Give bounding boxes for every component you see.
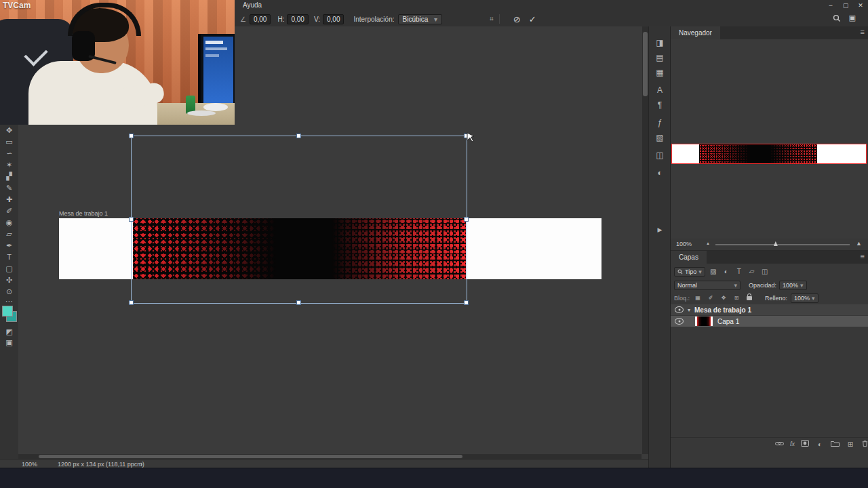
fill-field[interactable]: 100% ▾ <box>791 293 818 303</box>
filter-smart-objects-icon[interactable]: ◫ <box>760 268 770 275</box>
layer-row-artboard[interactable]: ▾ Mesa de trabajo 1 <box>671 304 868 315</box>
handle-top-left[interactable] <box>129 134 134 138</box>
handle-top-middle[interactable] <box>296 134 301 138</box>
layers-header: Capas ≡ <box>671 251 868 264</box>
fill-label: Relleno: <box>765 295 787 302</box>
layer-filter-select[interactable]: Tipo ▾ <box>674 267 705 277</box>
gradients-panel-icon[interactable]: ▧ <box>649 133 671 142</box>
link-layers-icon[interactable] <box>775 441 784 448</box>
handle-bottom-middle[interactable] <box>296 300 301 305</box>
navigator-zoom-value[interactable]: 100% <box>676 241 692 247</box>
layer-thumbnail[interactable] <box>694 316 713 327</box>
workspace-icon[interactable]: ▣ <box>849 14 856 22</box>
brush-tool-icon[interactable]: ✐ <box>0 206 18 216</box>
chevron-down-icon[interactable]: ▾ <box>688 307 690 313</box>
screen-mode-icon[interactable]: ▣ <box>0 338 18 347</box>
handle-middle-left[interactable] <box>129 217 134 222</box>
navigator-zoom-slider[interactable] <box>715 244 850 245</box>
transform-bounding-box[interactable] <box>131 136 467 304</box>
interpolation-select[interactable]: Bicúbica ▾ <box>398 14 443 24</box>
status-zoom[interactable]: 100% <box>22 461 37 468</box>
angle-field[interactable]: 0,00 <box>250 14 271 24</box>
panel-menu-icon[interactable]: ≡ <box>861 28 865 36</box>
layers-tab[interactable]: Capas <box>671 251 707 264</box>
blend-mode-select[interactable]: Normal ▾ <box>674 281 741 290</box>
navigator-tab[interactable]: Navegador <box>671 26 720 39</box>
lock-transparency-icon[interactable]: ▦ <box>693 295 703 301</box>
delete-layer-icon[interactable] <box>861 440 868 449</box>
visibility-eye-icon[interactable] <box>675 306 684 313</box>
filter-type-layers-icon[interactable]: T <box>734 268 744 275</box>
libraries-panel-icon[interactable]: ◫ <box>649 150 671 160</box>
maximize-button[interactable]: ▢ <box>838 0 853 11</box>
vertical-scrollbar[interactable] <box>642 26 648 454</box>
artboard-label[interactable]: Mesa de trabajo 1 <box>59 210 108 217</box>
handle-middle-right[interactable] <box>464 217 469 222</box>
quick-mask-icon[interactable]: ◩ <box>0 327 18 336</box>
filter-adjustment-layers-icon[interactable]: ◐ <box>722 268 731 275</box>
layer-row-label[interactable]: Capa 1 <box>717 318 739 325</box>
clone-stamp-tool-icon[interactable]: ◉ <box>0 218 18 227</box>
handle-bottom-left[interactable] <box>129 300 134 305</box>
lasso-tool-icon[interactable]: ∽ <box>0 148 18 158</box>
status-chevron-icon[interactable]: › <box>140 460 142 468</box>
cancel-transform-button[interactable]: ⊘ <box>513 14 521 24</box>
pen-tool-icon[interactable]: ✒ <box>0 241 18 250</box>
warp-toggle-icon[interactable]: ⌗ <box>490 15 494 23</box>
navigator-view-rectangle[interactable] <box>671 144 867 164</box>
patterns-panel-icon[interactable]: ▦ <box>649 68 671 77</box>
swatches-panel-icon[interactable]: ▤ <box>649 53 671 62</box>
foreground-color-swatch[interactable] <box>2 306 13 317</box>
color-panel-icon[interactable]: ◨ <box>649 38 671 47</box>
hand-tool-icon[interactable]: ✣ <box>0 275 18 285</box>
healing-brush-tool-icon[interactable]: ✚ <box>0 195 18 204</box>
move-tool-icon[interactable]: ✥ <box>0 125 18 135</box>
crop-tool-icon[interactable]: ▞ <box>0 171 18 181</box>
glyphs-panel-icon[interactable]: ƒ <box>649 118 671 127</box>
paragraph-panel-icon[interactable]: ¶ <box>649 100 671 110</box>
eraser-tool-icon[interactable]: ▱ <box>0 229 18 239</box>
lock-artboard-icon[interactable]: ⊞ <box>732 295 741 301</box>
webcam-overlay-window[interactable]: TVCam <box>0 0 235 125</box>
filter-shape-layers-icon[interactable]: ▱ <box>747 268 757 275</box>
layer-mask-icon[interactable] <box>801 440 809 448</box>
lock-all-icon[interactable] <box>747 296 752 300</box>
expand-panels-icon[interactable]: ▶ <box>649 226 671 233</box>
zoom-tool-icon[interactable]: ⊙ <box>0 287 18 296</box>
h-skew-label: H: <box>277 16 284 23</box>
layer-styles-fx-icon[interactable]: fx <box>790 441 795 447</box>
layer-row-label[interactable]: Mesa de trabajo 1 <box>694 306 751 314</box>
layers-panel-menu-icon[interactable]: ≡ <box>861 252 865 260</box>
horizontal-scrollbar-thumb[interactable] <box>39 455 462 458</box>
minimize-button[interactable]: – <box>823 0 838 11</box>
lock-pixels-icon[interactable]: ✐ <box>706 295 715 301</box>
horizontal-scrollbar[interactable] <box>18 454 642 459</box>
marquee-tool-icon[interactable]: ▭ <box>0 137 18 146</box>
menu-ayuda[interactable]: Ayuda <box>243 1 262 9</box>
magic-wand-tool-icon[interactable]: ✶ <box>0 160 18 169</box>
layer-row-capa1[interactable]: Capa 1 <box>671 316 868 327</box>
eyedropper-tool-icon[interactable]: ✎ <box>0 183 18 192</box>
vertical-scrollbar-thumb[interactable] <box>643 32 648 96</box>
zoom-in-mountain-icon[interactable]: ▲ <box>856 240 862 247</box>
lock-position-icon[interactable]: ✥ <box>719 295 728 301</box>
commit-transform-button[interactable]: ✓ <box>529 14 536 24</box>
filter-pixel-layers-icon[interactable]: ▨ <box>709 268 718 275</box>
shape-tool-icon[interactable]: ▢ <box>0 264 18 273</box>
character-panel-icon[interactable]: A <box>649 85 671 95</box>
adjustment-layer-icon[interactable]: ◐ <box>815 441 825 448</box>
toolbar-ellipsis-icon[interactable]: ⋯ <box>0 296 18 306</box>
search-icon[interactable] <box>833 14 841 24</box>
opacity-field[interactable]: 100% ▾ <box>779 281 807 290</box>
new-group-icon[interactable] <box>831 440 840 448</box>
visibility-eye-icon[interactable] <box>675 318 684 325</box>
handle-bottom-right[interactable] <box>464 300 469 305</box>
new-layer-icon[interactable]: ⊞ <box>846 441 855 448</box>
zoom-out-mountain-icon[interactable]: ▲ <box>706 241 710 245</box>
navigator-thumbnail[interactable] <box>672 144 866 163</box>
v-skew-field[interactable]: 0,00 <box>323 14 344 24</box>
adjustments-panel-icon[interactable]: ◐ <box>649 168 671 178</box>
type-tool-icon[interactable]: T <box>0 252 18 262</box>
h-skew-field[interactable]: 0,00 <box>287 14 308 24</box>
close-button[interactable]: ✕ <box>853 0 868 11</box>
